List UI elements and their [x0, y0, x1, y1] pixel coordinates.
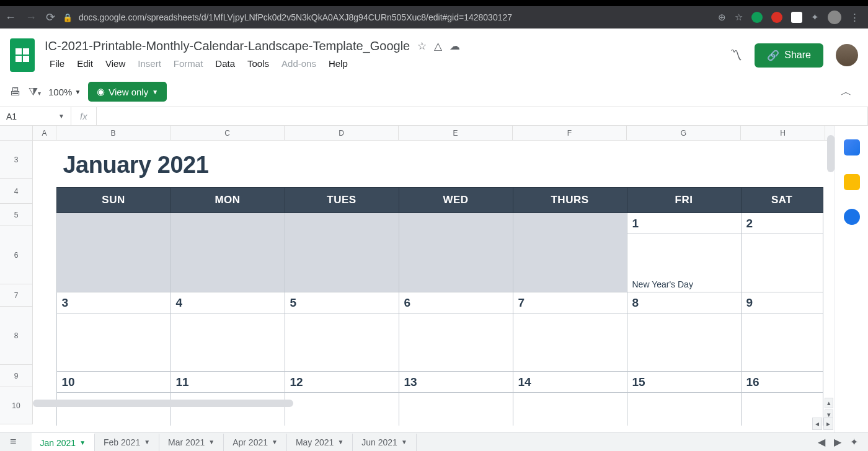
calendar-cell[interactable]: 14 [513, 372, 627, 393]
calendar-cell[interactable] [513, 393, 627, 426]
calendar-cell[interactable]: 10 [56, 372, 170, 393]
calendar-cell[interactable]: 8 [627, 292, 741, 313]
calendar-cell-empty[interactable] [513, 213, 627, 292]
collapse-toolbar-icon[interactable]: ︿ [841, 84, 852, 99]
reload-button[interactable]: ⟳ [46, 11, 55, 24]
menu-insert[interactable]: Insert [133, 56, 166, 71]
document-title[interactable]: IC-2021-Printable-Monthly-Calendar-Lands… [45, 39, 410, 53]
explore-icon[interactable]: ✦ [850, 436, 858, 448]
column-header[interactable]: D [285, 126, 399, 140]
browser-profile-avatar[interactable] [828, 11, 841, 24]
sheet-tab[interactable]: Mar 2021 ▼ [159, 434, 224, 451]
calendar-cell[interactable] [741, 393, 823, 426]
zoom-icon[interactable]: ⊕ [718, 12, 726, 23]
back-button[interactable]: ← [5, 11, 16, 24]
calendar-cell-empty[interactable] [56, 213, 170, 292]
menu-format[interactable]: Format [169, 56, 208, 71]
zoom-dropdown[interactable]: 100% ▼ [48, 87, 81, 97]
calendar-cell[interactable]: 11 [170, 372, 285, 393]
scroll-right-icon[interactable]: ▸ [823, 418, 833, 430]
calendar-sidepanel-icon[interactable] [844, 139, 860, 155]
tabs-scroll-left-icon[interactable]: ◀ [818, 436, 825, 448]
calendar-cell[interactable]: 9 [741, 292, 823, 313]
calendar-cell[interactable]: 1 [627, 213, 741, 234]
sheet-tab-active[interactable]: Jan 2021 ▼ [32, 433, 95, 452]
extension-icon[interactable] [751, 12, 763, 23]
row-header[interactable]: 5 [0, 204, 32, 226]
menu-file[interactable]: File [45, 56, 69, 71]
calendar-cell-empty[interactable] [285, 213, 399, 292]
view-only-button[interactable]: ◉ View only ▼ [88, 82, 167, 102]
menu-tools[interactable]: Tools [242, 56, 274, 71]
url-text[interactable]: docs.google.com/spreadsheets/d/1MfLVjpyL… [79, 12, 512, 22]
account-avatar[interactable] [836, 44, 858, 66]
calendar-cell[interactable] [513, 313, 627, 372]
calendar-cell[interactable] [170, 393, 285, 426]
sheet-tab[interactable]: Apr 2021 ▼ [224, 434, 287, 451]
row-header[interactable]: 8 [0, 307, 32, 365]
calendar-cell[interactable] [285, 393, 399, 426]
extension-icon[interactable] [791, 12, 802, 23]
scroll-up-icon[interactable]: ▴ [825, 398, 833, 408]
vertical-scrollbar[interactable] [827, 135, 835, 172]
extensions-puzzle-icon[interactable]: ✦ [811, 12, 819, 23]
column-header[interactable]: A [33, 126, 56, 140]
calendar-cell[interactable]: 12 [285, 372, 399, 393]
row-header[interactable]: 9 [0, 365, 32, 387]
column-header[interactable]: B [56, 126, 170, 140]
calendar-cell[interactable]: 5 [285, 292, 399, 313]
calendar-cell[interactable]: 6 [399, 292, 513, 313]
sheets-logo-icon[interactable] [10, 38, 35, 72]
row-header[interactable]: 7 [0, 284, 32, 307]
tasks-sidepanel-icon[interactable] [844, 209, 860, 225]
column-header[interactable]: E [399, 126, 513, 140]
select-all-corner[interactable] [0, 126, 33, 140]
calendar-cell[interactable]: New Year's Day [627, 234, 741, 292]
formula-input[interactable] [97, 107, 868, 125]
menu-help[interactable]: Help [324, 56, 353, 71]
column-header[interactable]: H [741, 126, 825, 140]
star-icon[interactable]: ☆ [417, 40, 427, 53]
scroll-left-icon[interactable]: ◂ [812, 418, 822, 430]
sheet-tab[interactable]: Feb 2021 ▼ [95, 434, 159, 451]
bookmark-star-icon[interactable]: ☆ [735, 12, 743, 23]
browser-menu-icon[interactable]: ⋮ [850, 12, 859, 23]
column-header[interactable]: C [170, 126, 285, 140]
menu-data[interactable]: Data [210, 56, 240, 71]
row-header[interactable]: 10 [0, 387, 32, 424]
calendar-cell[interactable] [285, 313, 399, 372]
move-to-drive-icon[interactable]: △ [434, 40, 442, 53]
row-header[interactable]: 6 [0, 226, 32, 284]
row-header[interactable]: 4 [0, 179, 32, 204]
filter-icon[interactable]: ⧩▾ [29, 85, 41, 99]
sheet-tab[interactable]: May 2021 ▼ [287, 434, 353, 451]
activity-trend-icon[interactable]: 〽 [730, 48, 742, 63]
calendar-cell[interactable] [170, 313, 285, 372]
all-sheets-menu-icon[interactable]: ≡ [10, 436, 17, 449]
calendar-cell[interactable] [627, 313, 741, 372]
print-icon[interactable]: 🖶 [10, 85, 21, 99]
column-header[interactable]: G [627, 126, 741, 140]
calendar-cell[interactable]: 2 [741, 213, 823, 234]
calendar-cell[interactable] [399, 313, 513, 372]
keep-sidepanel-icon[interactable] [844, 174, 860, 190]
calendar-cell[interactable] [56, 313, 170, 372]
extension-icon[interactable] [771, 12, 782, 23]
calendar-cell[interactable] [399, 393, 513, 426]
forward-button[interactable]: → [25, 11, 37, 24]
calendar-cell[interactable] [627, 393, 741, 426]
calendar-cell[interactable]: 16 [741, 372, 823, 393]
tabs-scroll-right-icon[interactable]: ▶ [834, 436, 841, 448]
menu-addons[interactable]: Add-ons [277, 56, 321, 71]
calendar-cell[interactable] [741, 313, 823, 372]
horizontal-scrollbar[interactable] [33, 400, 293, 407]
column-header[interactable]: F [513, 126, 627, 140]
calendar-cell[interactable]: 3 [56, 292, 170, 313]
name-box[interactable]: A1 ▼ [0, 107, 71, 125]
share-button[interactable]: 🔗 Share [755, 43, 823, 68]
calendar-cell[interactable]: 13 [399, 372, 513, 393]
calendar-cell[interactable]: 7 [513, 292, 627, 313]
calendar-cell-empty[interactable] [399, 213, 513, 292]
sheet-tab[interactable]: Jun 2021 ▼ [353, 434, 417, 451]
menu-view[interactable]: View [100, 56, 130, 71]
